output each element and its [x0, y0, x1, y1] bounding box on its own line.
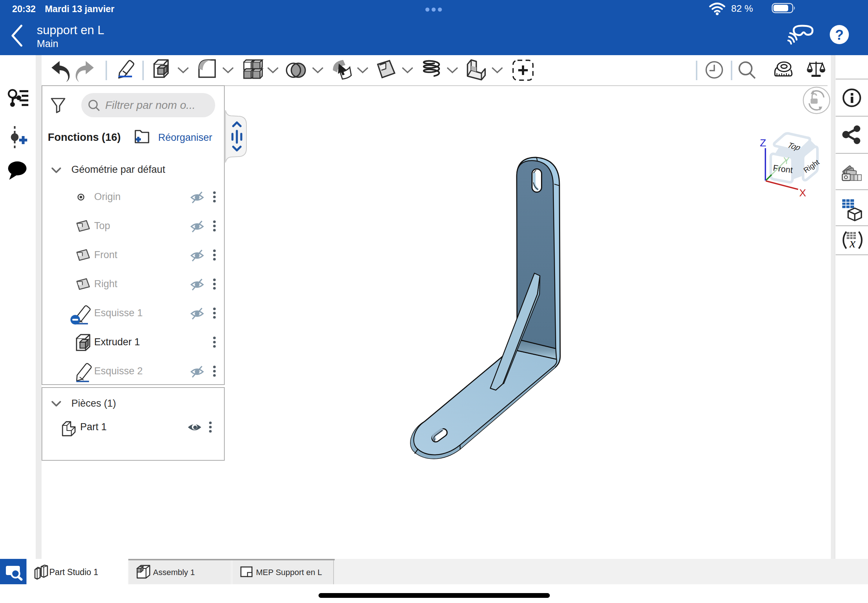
svg-text:X: X [799, 187, 806, 199]
svg-text:Y: Y [783, 156, 790, 166]
svg-text:Z: Z [760, 137, 766, 148]
